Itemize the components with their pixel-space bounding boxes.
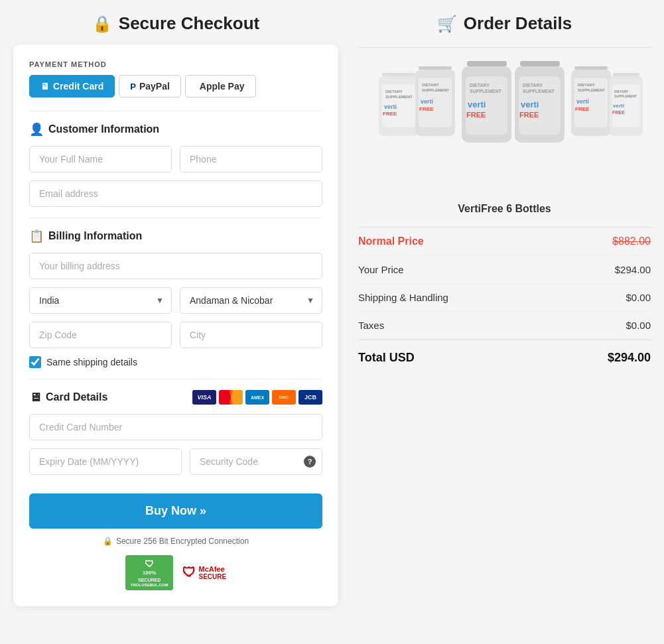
email-input[interactable]	[29, 180, 322, 207]
same-shipping-label[interactable]: Same shipping details	[46, 357, 137, 367]
zip-code-input[interactable]	[29, 322, 172, 348]
svg-text:verti: verti	[576, 98, 589, 105]
person-icon: 👤	[29, 122, 44, 137]
taxes-label: Taxes	[358, 320, 384, 331]
billing-info-section-title: 📋 Billing Information	[29, 229, 322, 243]
svg-text:SUPPLEMENT: SUPPLEMENT	[422, 88, 449, 92]
svg-text:verti: verti	[421, 98, 433, 105]
normal-price-value: $882.00	[612, 235, 651, 247]
mcafee-badge: 🛡 McAfee SECURE	[182, 565, 226, 580]
visa-icon: VISA	[192, 390, 216, 405]
checkout-card: PAYMENT METHOD 🖥 Credit Card P PayPal Ap…	[13, 44, 338, 606]
svg-rect-14	[467, 61, 507, 66]
mastercard-icon	[219, 390, 243, 405]
card-details-header: 🖥 Card Details VISA AMEX DISC JCB	[29, 390, 322, 405]
svg-text:DIETARY: DIETARY	[385, 90, 403, 94]
card-details-section-title: 🖥 Card Details	[29, 391, 107, 405]
svg-text:SUPPLEMENT: SUPPLEMENT	[614, 94, 637, 98]
tab-credit-card[interactable]: 🖥 Credit Card	[29, 75, 115, 97]
your-price-label: Your Price	[358, 264, 404, 275]
svg-text:FREE: FREE	[383, 111, 397, 117]
tab-apple-pay[interactable]: Apple Pay	[185, 75, 256, 97]
email-row	[29, 180, 322, 207]
buy-now-label: Buy Now »	[145, 504, 206, 517]
your-price-row: Your Price $294.00	[358, 256, 651, 284]
svg-text:SUPPLEMENT: SUPPLEMENT	[523, 89, 555, 94]
svg-text:verti: verti	[384, 103, 397, 110]
region-select-wrapper: Andaman & Nicobar Delhi Maharashtra ▼	[180, 287, 322, 314]
shipping-row: Shipping & Handling $0.00	[358, 284, 651, 312]
cart-icon: 🛒	[437, 15, 457, 33]
country-select-wrapper: India United States United Kingdom ▼	[29, 287, 172, 314]
svg-text:DIETARY: DIETARY	[470, 83, 490, 88]
tab-paypal[interactable]: P PayPal	[119, 75, 181, 97]
checkout-title: Secure Checkout	[119, 13, 259, 34]
svg-rect-21	[520, 61, 560, 66]
customer-info-label: Customer Information	[48, 123, 159, 135]
card-number-input[interactable]	[29, 414, 322, 440]
svg-rect-0	[382, 73, 415, 76]
security-code-input[interactable]	[190, 448, 322, 475]
security-code-wrapper: ?	[190, 448, 322, 475]
country-select[interactable]: India United States United Kingdom	[29, 287, 172, 314]
svg-text:DIETARY: DIETARY	[614, 90, 629, 94]
credit-card-tab-label: Credit Card	[53, 81, 103, 92]
billing-info-label: Billing Information	[48, 230, 142, 242]
secure-note-text: Secure 256 Bit Encrypted Connection	[116, 537, 249, 546]
normal-price-row: Normal Price $882.00	[358, 227, 651, 256]
product-bottles-image: DIETARY SUPPLEMENT verti FREE DIETARY SU…	[365, 48, 644, 194]
order-details-title: Order Details	[464, 13, 572, 34]
svg-text:verti: verti	[521, 99, 539, 109]
full-name-input[interactable]	[29, 146, 172, 172]
credit-card-tab-icon: 🖥	[40, 81, 50, 92]
same-shipping-checkbox[interactable]	[29, 356, 41, 368]
card-details-label: Card Details	[46, 391, 107, 403]
total-row: Total USD $294.00	[358, 340, 651, 373]
security-help-icon[interactable]: ?	[304, 456, 316, 468]
card-number-row	[29, 414, 322, 440]
paypal-tab-label: PayPal	[139, 81, 170, 92]
expiry-security-row: ?	[29, 448, 322, 475]
svg-text:SUPPLEMENT: SUPPLEMENT	[385, 95, 413, 99]
svg-rect-28	[574, 66, 608, 70]
address-row	[29, 253, 322, 279]
svg-text:DIETARY: DIETARY	[422, 83, 439, 87]
trust-badges: 🛡 100% SECURED TROLUSEBUL.COM 🛡 McAfee S…	[29, 555, 322, 590]
total-label: Total USD	[358, 351, 415, 365]
apple-pay-tab-label: Apple Pay	[200, 81, 245, 92]
lock-icon: 🔒	[92, 15, 112, 33]
svg-text:SUPPLEMENT: SUPPLEMENT	[470, 89, 502, 94]
svg-text:FREE: FREE	[466, 111, 486, 119]
card-details-icon: 🖥	[29, 391, 41, 405]
taxes-value: $0.00	[626, 320, 651, 331]
payment-tabs: 🖥 Credit Card P PayPal Apple Pay	[29, 75, 322, 97]
svg-text:FREE: FREE	[612, 110, 625, 115]
phone-input[interactable]	[180, 146, 322, 172]
payment-method-label: PAYMENT METHOD	[29, 60, 322, 68]
product-name: VertiFree 6 Bottles	[358, 203, 651, 215]
taxes-row: Taxes $0.00	[358, 312, 651, 340]
total-value: $294.00	[608, 351, 651, 365]
svg-text:DIETARY: DIETARY	[578, 83, 595, 87]
amex-icon: AMEX	[245, 390, 269, 405]
name-phone-row	[29, 146, 322, 172]
svg-text:SUPPLEMENT: SUPPLEMENT	[578, 88, 605, 92]
product-image-area: DIETARY SUPPLEMENT verti FREE DIETARY SU…	[358, 48, 651, 194]
shipping-label: Shipping & Handling	[358, 292, 448, 303]
paypal-tab-icon: P	[130, 82, 136, 92]
city-input[interactable]	[180, 322, 322, 348]
discover-icon: DISC	[272, 390, 296, 405]
svg-rect-7	[419, 66, 452, 70]
expiry-input[interactable]	[29, 448, 182, 475]
buy-now-button[interactable]: Buy Now »	[29, 493, 322, 529]
zip-city-row	[29, 322, 322, 348]
region-select[interactable]: Andaman & Nicobar Delhi Maharashtra	[180, 287, 322, 314]
svg-text:FREE: FREE	[419, 106, 434, 112]
shipping-value: $0.00	[626, 292, 651, 303]
lock-small-icon: 🔒	[103, 537, 113, 546]
billing-address-input[interactable]	[29, 253, 322, 279]
svg-text:verti: verti	[468, 99, 486, 109]
svg-text:FREE: FREE	[519, 111, 539, 119]
card-icons-group: VISA AMEX DISC JCB	[192, 390, 322, 405]
same-shipping-row: Same shipping details	[29, 356, 322, 368]
